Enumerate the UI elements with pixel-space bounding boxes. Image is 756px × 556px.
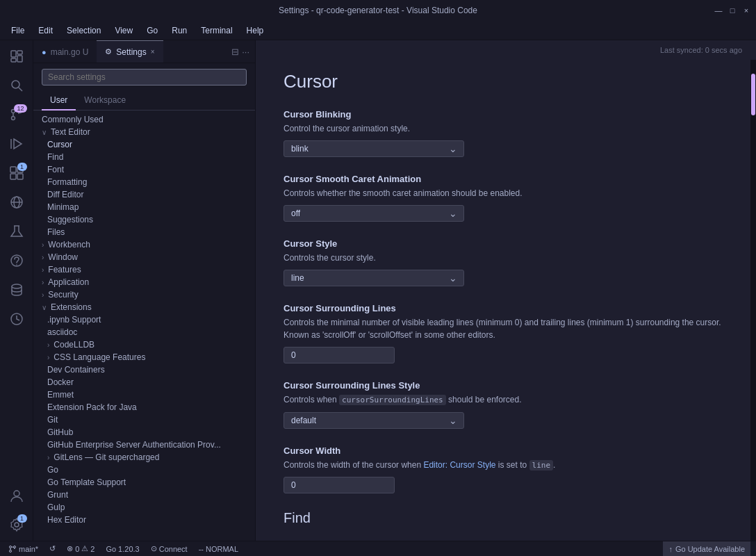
update-icon: ↑ [668, 545, 673, 553]
tree-label: Commonly Used [42, 115, 104, 124]
menu-go[interactable]: Go [141, 24, 163, 37]
menu-selection[interactable]: Selection [61, 24, 106, 37]
status-mode[interactable]: -- NORMAL [196, 545, 241, 553]
tree-item-font[interactable]: Font [33, 163, 255, 176]
tree-item-git[interactable]: Git [33, 414, 255, 426]
svg-rect-14 [17, 174, 23, 179]
activity-source-control[interactable]: 12 [3, 101, 30, 128]
svg-rect-11 [10, 167, 16, 172]
activity-remote[interactable] [3, 189, 30, 215]
tree-item-commonly-used[interactable]: Commonly Used [33, 113, 255, 126]
menu-help[interactable]: Help [241, 24, 270, 37]
tree-item-ext-pack-java[interactable]: Extension Pack for Java [33, 401, 255, 414]
activity-extensions[interactable]: 1 [3, 160, 30, 186]
tree-item-security[interactable]: › Security [33, 288, 255, 301]
activity-lab[interactable] [3, 218, 30, 245]
tree-item-cursor[interactable]: Cursor [33, 138, 255, 151]
tree-item-css-language[interactable]: › CSS Language Features [33, 351, 255, 363]
tree-item-workbench[interactable]: › Workbench [33, 238, 255, 251]
tree-item-grunt[interactable]: Grunt [33, 489, 255, 501]
tree-item-diff-editor[interactable]: Diff Editor [33, 188, 255, 201]
arrow-icon: ∨ [42, 129, 47, 136]
sidebar-tab-bar: ● main.go U ⚙ Settings × ⊟ ··· [33, 40, 255, 63]
status-errors[interactable]: ⊗ 0 ⚠ 2 [64, 544, 97, 553]
split-editor-icon[interactable]: ⊟ [231, 47, 239, 57]
status-sync[interactable]: ↺ [47, 544, 58, 553]
tab-close-icon[interactable]: × [151, 48, 155, 56]
tree-item-window[interactable]: › Window [33, 251, 255, 263]
window-title: Settings - qr-code-generator-test - Visu… [279, 6, 477, 15]
scroll-indicator[interactable] [750, 60, 756, 541]
menu-run[interactable]: Run [166, 24, 192, 37]
svg-point-21 [12, 284, 22, 288]
tree-item-asciidoc[interactable]: asciidoc [33, 326, 255, 338]
tree-item-features[interactable]: › Features [33, 263, 255, 276]
status-encoding[interactable]: ⊙ Connect [148, 544, 190, 553]
update-available-button[interactable]: ↑ Go Update Available [663, 541, 750, 557]
sync-icon: ↺ [49, 544, 56, 553]
menu-file[interactable]: File [6, 24, 30, 37]
tab-user[interactable]: User [42, 91, 76, 111]
tree-label: Window [48, 252, 78, 262]
minimize-button[interactable]: — [714, 6, 723, 15]
tab-main-go[interactable]: ● main.go U [33, 40, 97, 63]
menu-view[interactable]: View [109, 24, 138, 37]
close-button[interactable]: × [742, 6, 750, 15]
sidebar: ● main.go U ⚙ Settings × ⊟ ··· User Work… [33, 40, 256, 541]
content-header: Last synced: 0 secs ago [256, 40, 756, 60]
cursor-style-link[interactable]: Editor: Cursor Style [423, 460, 495, 470]
tree-item-dev-containers[interactable]: Dev Containers [33, 363, 255, 376]
activity-database[interactable] [3, 277, 30, 303]
more-actions-icon[interactable]: ··· [242, 47, 249, 57]
tree-item-find[interactable]: Find [33, 151, 255, 163]
activity-unknown[interactable] [3, 247, 30, 274]
tree-item-ipynb[interactable]: .ipynb Support [33, 313, 255, 326]
tree-item-gulp[interactable]: Gulp [33, 501, 255, 514]
settings-badge: 1 [17, 514, 27, 523]
tree-item-minimap[interactable]: Minimap [33, 201, 255, 213]
tab-workspace[interactable]: Workspace [76, 91, 134, 111]
tree-item-go-template[interactable]: Go Template Support [33, 476, 255, 489]
activity-search[interactable] [3, 72, 30, 99]
setting-cursor-blinking-name: Cursor Blinking [284, 109, 723, 120]
tree-label: GitHub [47, 427, 73, 437]
cursor-blinking-select[interactable]: blink smooth phase expand solid [284, 140, 464, 157]
maximize-button[interactable]: □ [728, 6, 737, 15]
tree-item-extensions[interactable]: ∨ Extensions [33, 301, 255, 313]
tree-item-formatting[interactable]: Formatting [33, 176, 255, 188]
tree-item-emmet[interactable]: Emmet [33, 389, 255, 401]
activity-run[interactable] [3, 131, 30, 157]
setting-cursor-width: Cursor Width Controls the width of the c… [284, 445, 723, 494]
search-input[interactable] [42, 69, 247, 85]
cursor-surrounding-lines-input[interactable] [284, 347, 395, 363]
cursor-width-input[interactable] [284, 477, 395, 493]
tree-item-files[interactable]: Files [33, 226, 255, 238]
status-go-version[interactable]: Go 1.20.3 [103, 545, 142, 553]
status-branch[interactable]: main* [6, 545, 41, 553]
menu-bar: File Edit Selection View Go Run Terminal… [0, 21, 756, 40]
tree-label: Workbench [48, 240, 90, 250]
activity-accounts[interactable] [3, 482, 30, 509]
cursor-smooth-caret-select[interactable]: off explicit on [284, 205, 464, 222]
tree-nav: Commonly Used ∨ Text Editor Cursor Find … [33, 111, 255, 541]
tree-item-github-enterprise[interactable]: GitHub Enterprise Server Authentication … [33, 439, 255, 451]
tree-item-codelldb[interactable]: › CodeLLDB [33, 338, 255, 351]
tree-item-github[interactable]: GitHub [33, 426, 255, 439]
tree-item-application[interactable]: › Application [33, 276, 255, 288]
tree-item-gitlens[interactable]: › GitLens — Git supercharged [33, 451, 255, 464]
tree-item-hex-editor[interactable]: Hex Editor [33, 514, 255, 526]
activity-explorer[interactable] [3, 43, 30, 70]
menu-terminal[interactable]: Terminal [195, 24, 238, 37]
activity-clock[interactable] [3, 306, 30, 332]
cursor-surrounding-lines-style-select[interactable]: default all [284, 412, 464, 429]
setting-cursor-surrounding-lines-desc: Controls the minimal number of visible l… [284, 316, 723, 341]
tree-label: Docker [47, 377, 74, 387]
tree-item-suggestions[interactable]: Suggestions [33, 213, 255, 226]
tree-item-docker[interactable]: Docker [33, 376, 255, 389]
activity-settings[interactable]: 1 [3, 512, 30, 538]
tab-settings[interactable]: ⚙ Settings × [97, 40, 163, 63]
cursor-style-select[interactable]: line block underline line-thin block-out… [284, 270, 464, 286]
menu-edit[interactable]: Edit [33, 24, 58, 37]
tree-item-go[interactable]: Go [33, 464, 255, 476]
tree-item-text-editor[interactable]: ∨ Text Editor [33, 126, 255, 138]
